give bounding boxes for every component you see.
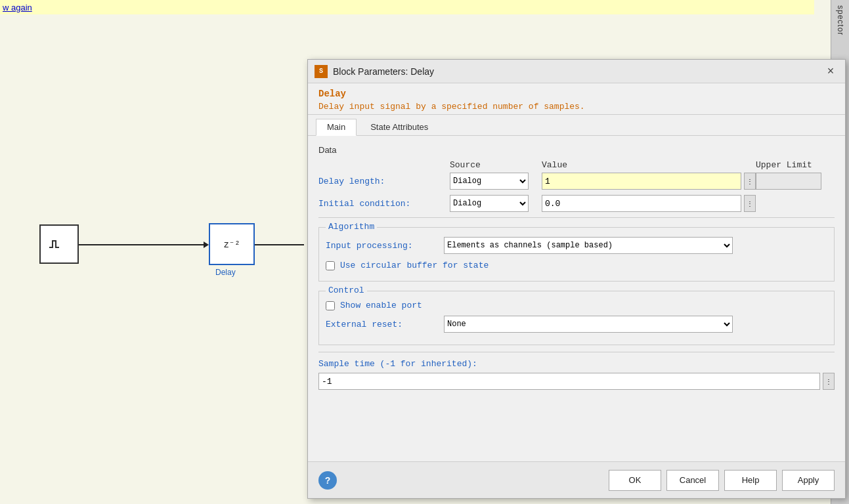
circular-buffer-row: Use circular buffer for state [326,261,827,270]
initial-condition-row: Initial condition: Dialog ⋮ [318,195,835,212]
tab-main[interactable]: Main [316,119,357,136]
algorithm-section: Algorithm Input processing: Elements as … [318,227,835,282]
external-reset-label: External reset: [326,320,444,329]
delay-length-dots-button[interactable]: ⋮ [744,173,756,190]
footer-help: ? [318,471,337,490]
sample-time-section: Sample time (-1 for inherited): ⋮ [318,359,835,390]
show-enable-port-row: Show enable port [326,301,827,310]
control-section: Control Show enable port External reset:… [318,291,835,345]
help-icon-button[interactable]: ? [318,471,337,490]
dialog-body: Delay Delay input signal by a specified … [308,83,845,498]
block-name: Delay [318,89,835,99]
delay-length-upper-input[interactable] [756,173,821,190]
help-button[interactable]: Help [724,470,777,491]
initial-condition-dots-button[interactable]: ⋮ [744,195,756,212]
ok-button[interactable]: OK [609,470,661,491]
dialog-footer: ? OK Cancel Help Apply [308,461,845,498]
initial-condition-input[interactable] [542,195,741,212]
delay-length-upper [756,173,835,190]
sample-time-dots-button[interactable]: ⋮ [823,373,835,390]
wire-connection [79,244,207,245]
sample-time-row: ⋮ [318,373,835,390]
dialog-title: Block Parameters: Delay [333,66,823,77]
dialog-titlebar: S Block Parameters: Delay × [308,60,845,83]
sample-time-input[interactable] [318,373,820,390]
tabs-row: Main State Attributes [308,115,845,136]
external-reset-row: External reset: None Rising Falling Eith… [326,316,827,333]
show-enable-port-checkbox[interactable] [326,301,335,310]
divider-2 [318,352,835,352]
svg-rect-0 [47,232,71,256]
show-enable-port-label: Show enable port [340,301,422,310]
delay-block-label: Delay [215,268,236,277]
tab-state-attributes[interactable]: State Attributes [359,119,439,135]
signal-source-icon [46,231,72,257]
delay-length-value-cell: ⋮ [542,173,756,190]
delay-length-source-select[interactable]: Dialog [450,173,529,190]
col-upper-limit-header: Upper Limit [756,160,835,170]
initial-condition-source[interactable]: Dialog [450,195,542,212]
circular-buffer-label: Use circular buffer for state [340,261,489,270]
dialog-close-button[interactable]: × [823,64,838,79]
delay-length-input[interactable] [542,173,741,190]
sample-time-label: Sample time (-1 for inherited): [318,359,835,369]
divider-1 [318,217,835,218]
block-description: Delay input signal by a specified number… [318,102,835,112]
input-processing-select[interactable]: Elements as channels (sample based) Colu… [444,237,733,254]
delay-block-text: z⁻² [223,239,240,250]
control-section-title: Control [326,285,367,295]
col-value-header: Value [542,160,756,170]
block-name-section: Delay Delay input signal by a specified … [308,83,845,115]
dialog-icon: S [315,65,328,78]
top-link-bar: w again [0,0,814,14]
apply-button[interactable]: Apply [782,470,835,491]
delay-length-label: Delay length: [318,177,450,186]
content-area: Data Source Value Upper Limit Delay leng… [308,136,845,461]
dialog-icon-label: S [319,68,323,75]
col-source-header: Source [450,160,542,170]
signal-source-block[interactable] [39,224,79,264]
input-processing-label: Input processing: [326,241,444,251]
delay-block[interactable]: z⁻² [209,223,255,265]
delay-length-row: Delay length: Dialog ⋮ [318,173,835,190]
algorithm-section-title: Algorithm [326,222,377,232]
top-link[interactable]: w again [3,3,32,12]
sidebar-text: spector [836,5,845,35]
cancel-button[interactable]: Cancel [666,470,719,491]
external-reset-select[interactable]: None Rising Falling Either Level [444,316,733,333]
initial-condition-value-cell: ⋮ [542,195,756,212]
data-section-label: Data [318,145,835,155]
data-section: Data Source Value Upper Limit Delay leng… [318,145,835,212]
wire-output [255,244,304,245]
col-empty [318,160,450,170]
input-processing-row: Input processing: Elements as channels (… [326,237,827,254]
delay-length-source[interactable]: Dialog [450,173,542,190]
simulink-canvas: z⁻² Delay [0,14,309,504]
initial-condition-source-select[interactable]: Dialog [450,195,529,212]
block-parameters-dialog: S Block Parameters: Delay × Delay Delay … [307,59,846,499]
data-table-header: Source Value Upper Limit [318,160,835,173]
initial-condition-label: Initial condition: [318,199,450,209]
wire-arrow [204,242,209,248]
circular-buffer-checkbox[interactable] [326,261,335,270]
